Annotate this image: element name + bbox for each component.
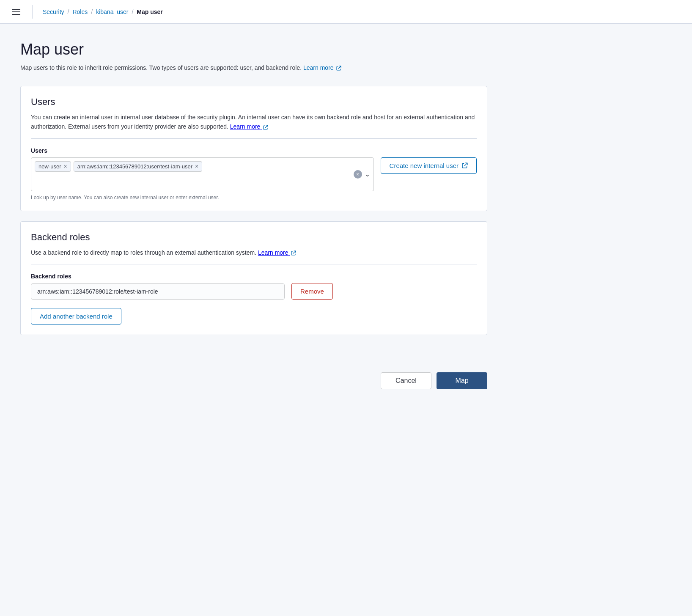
users-external-link-icon: [263, 125, 268, 130]
backend-roles-learn-more-link[interactable]: Learn more: [258, 249, 296, 256]
add-backend-role-button[interactable]: Add another backend role: [31, 308, 121, 324]
user-tag-remove-new-user[interactable]: ×: [63, 163, 67, 169]
breadcrumb-role-name[interactable]: kibana_user: [96, 8, 128, 15]
user-tag-iam-user: arn:aws:iam::123456789012:user/test-iam-…: [74, 161, 203, 172]
users-field-hint: Look up by user name. You can also creat…: [31, 195, 374, 201]
nav-divider: [32, 5, 33, 19]
users-card: Users You can create an internal user in…: [20, 86, 487, 211]
backend-roles-card: Backend roles Use a backend role to dire…: [20, 221, 487, 335]
page-learn-more-link[interactable]: Learn more: [303, 64, 341, 71]
external-link-icon: [336, 66, 341, 71]
users-chevron-icon[interactable]: ⌄: [365, 170, 370, 178]
users-card-title: Users: [31, 96, 477, 107]
breadcrumb-roles[interactable]: Roles: [72, 8, 88, 15]
cancel-button[interactable]: Cancel: [381, 372, 431, 389]
breadcrumb-security[interactable]: Security: [43, 8, 64, 15]
users-clear-button[interactable]: ×: [354, 170, 362, 179]
footer-actions: Cancel Map: [0, 362, 508, 399]
users-field-label: Users: [31, 147, 477, 154]
users-card-divider: [31, 138, 477, 139]
backend-roles-card-description: Use a backend role to directly map to ro…: [31, 248, 477, 257]
backend-roles-card-title: Backend roles: [31, 232, 477, 243]
breadcrumb: Security / Roles / kibana_user / Map use…: [43, 8, 163, 15]
user-tag-remove-iam-user[interactable]: ×: [195, 163, 198, 169]
user-tag-iam-label: arn:aws:iam::123456789012:user/test-iam-…: [77, 163, 192, 170]
users-card-description: You can create an internal user in inter…: [31, 113, 477, 132]
breadcrumb-current: Map user: [137, 8, 162, 15]
remove-backend-role-button[interactable]: Remove: [291, 283, 333, 300]
backend-roles-external-link-icon: [291, 250, 296, 256]
backend-roles-row: Remove: [31, 283, 477, 300]
backend-role-input[interactable]: [31, 283, 285, 300]
create-internal-user-button[interactable]: Create new internal user: [381, 157, 477, 174]
top-nav: Security / Roles / kibana_user / Map use…: [0, 0, 692, 24]
page-title: Map user: [20, 41, 487, 58]
create-user-external-link-icon: [462, 162, 468, 168]
map-button[interactable]: Map: [437, 372, 487, 389]
users-input-container[interactable]: new-user × arn:aws:iam::123456789012:use…: [31, 157, 374, 191]
users-learn-more-link[interactable]: Learn more: [230, 123, 268, 130]
hamburger-icon[interactable]: [10, 7, 22, 16]
user-tag-new-user: new-user ×: [35, 161, 71, 172]
backend-roles-card-divider: [31, 264, 477, 264]
page-description: Map users to this role to inherit role p…: [20, 63, 487, 72]
user-tag-label: new-user: [38, 163, 61, 170]
backend-roles-field-label: Backend roles: [31, 273, 477, 280]
